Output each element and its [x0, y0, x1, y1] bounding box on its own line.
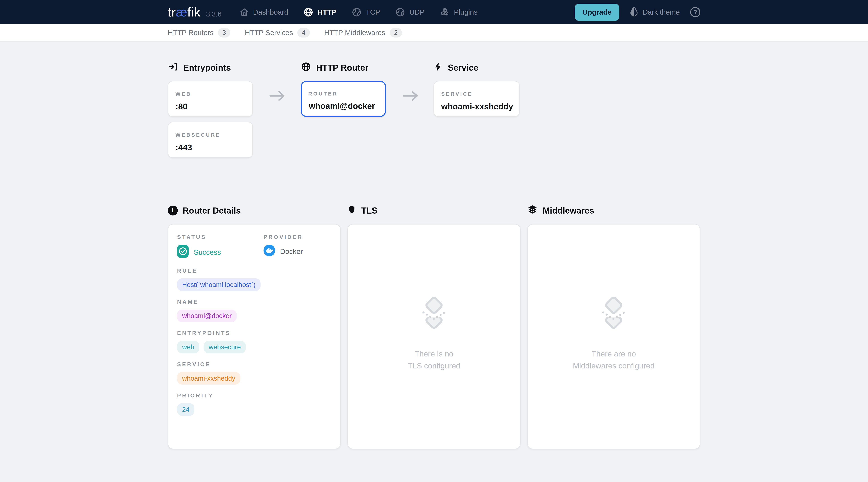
nav-item-tcp[interactable]: TCP — [351, 7, 380, 18]
card-label: SERVICE — [441, 91, 473, 97]
home-icon — [239, 7, 249, 17]
traefik-logo: træfik — [168, 5, 200, 20]
service-card[interactable]: SERVICE whoami-xxsheddy — [433, 81, 520, 117]
entrypoints-field: ENTRYPOINTS web websecure — [177, 330, 332, 353]
status-field: STATUS Success — [177, 234, 264, 260]
section-title: TLS — [361, 206, 377, 215]
entrypoints-heading: Entrypoints — [168, 61, 231, 74]
field-label: STATUS — [177, 234, 264, 240]
card-label: WEBSECURE — [176, 132, 221, 138]
priority-field: PRIORITY 24 — [177, 392, 332, 416]
ball-icon — [395, 7, 406, 18]
section-title: Entrypoints — [183, 63, 231, 72]
empty-layers-icon — [596, 294, 631, 337]
name-badge: whoami@docker — [177, 309, 237, 322]
card-label: WEB — [176, 91, 191, 97]
tab-label: HTTP Routers — [168, 28, 214, 37]
info-icon: i — [168, 206, 178, 215]
tab-count-badge: 2 — [390, 28, 402, 37]
middlewares-panel: There are no Middlewares configured — [527, 224, 700, 449]
empty-line-2: TLS configured — [408, 360, 460, 372]
shield-icon — [347, 204, 356, 217]
entrypoint-badges: web websecure — [177, 341, 332, 354]
card-label: ROUTER — [308, 91, 338, 96]
upgrade-button[interactable]: Upgrade — [575, 4, 619, 21]
field-label: NAME — [177, 299, 332, 305]
tab-label: HTTP Middlewares — [324, 28, 385, 37]
brand: træfik 3.3.6 — [168, 5, 221, 20]
entrypoint-badge: web — [177, 341, 199, 354]
card-value: :80 — [176, 102, 187, 111]
rule-badge: Host(`whoami.localhost`) — [177, 278, 260, 291]
nav-item-label: Plugins — [454, 8, 477, 16]
nav-item-label: HTTP — [317, 8, 336, 16]
http-tabbar: HTTP Routers 3 HTTP Services 4 HTTP Midd… — [0, 24, 868, 41]
card-value: :443 — [176, 143, 192, 152]
nav-item-label: Dashboard — [253, 8, 288, 16]
nav-item-udp[interactable]: UDP — [395, 7, 425, 18]
provider-text: Docker — [280, 247, 303, 255]
router-details-heading: i Router Details — [168, 204, 341, 217]
detail-panels: STATUS Success PROVIDER Docker RULE Ho — [168, 224, 700, 449]
field-label: ENTRYPOINTS — [177, 330, 332, 336]
docker-icon — [264, 245, 275, 258]
nav-item-label: UDP — [409, 8, 425, 16]
nav-item-http[interactable]: HTTP — [303, 7, 336, 18]
name-field: NAME whoami@docker — [177, 299, 332, 322]
card-value: whoami-xxsheddy — [441, 102, 513, 111]
cubes-icon — [439, 7, 450, 18]
section-title: Service — [448, 63, 478, 72]
field-label: SERVICE — [177, 361, 332, 368]
traffic-flow-section: Entrypoints HTTP Router Service WEB :80 … — [168, 61, 700, 158]
globe-icon — [301, 61, 311, 74]
login-arrow-icon — [168, 61, 178, 74]
entrypoint-card-web[interactable]: WEB :80 — [168, 81, 253, 117]
panel-headings: i Router Details TLS Middlewares — [168, 204, 700, 217]
theme-toggle[interactable]: Dark theme — [630, 6, 680, 19]
flow-arrow-icon — [269, 90, 286, 104]
tab-http-services[interactable]: HTTP Services 4 — [245, 28, 310, 37]
status-text: Success — [194, 248, 221, 257]
empty-line-1: There are no — [573, 348, 655, 360]
section-title: HTTP Router — [316, 63, 368, 72]
tab-http-routers[interactable]: HTTP Routers 3 — [168, 28, 230, 37]
field-label: PROVIDER — [264, 234, 303, 240]
status-value: Success — [177, 245, 264, 260]
contrast-droplet-icon — [630, 6, 638, 19]
lightning-icon — [433, 61, 443, 74]
ball-icon — [351, 7, 362, 18]
theme-toggle-label: Dark theme — [643, 8, 680, 16]
router-details-panel: STATUS Success PROVIDER Docker RULE Ho — [168, 224, 341, 449]
nav-item-plugins[interactable]: Plugins — [439, 7, 477, 18]
entrypoint-badge: websecure — [204, 341, 246, 354]
main-nav: Dashboard HTTP TCP UDP Plugins — [239, 7, 575, 18]
logo-text-pre: tr — [168, 5, 176, 19]
nav-item-dashboard[interactable]: Dashboard — [239, 7, 288, 17]
http-router-heading: HTTP Router — [301, 61, 368, 74]
flow-arrow-icon — [402, 90, 419, 104]
service-field: SERVICE whoami-xxsheddy — [177, 361, 332, 385]
tls-panel: There is no TLS configured — [347, 224, 521, 449]
card-value: whoami@docker — [309, 101, 375, 111]
rule-field: RULE Host(`whoami.localhost`) — [177, 268, 332, 291]
router-card[interactable]: ROUTER whoami@docker — [301, 81, 386, 117]
field-label: PRIORITY — [177, 392, 332, 399]
status-provider-row: STATUS Success PROVIDER Docker — [177, 234, 332, 260]
tls-heading: TLS — [347, 204, 521, 217]
logo-text-post: fik — [187, 5, 200, 19]
middlewares-heading: Middlewares — [527, 204, 700, 217]
help-icon[interactable]: ? — [690, 7, 700, 17]
service-badge: whoami-xxsheddy — [177, 372, 240, 385]
tab-count-badge: 4 — [298, 28, 310, 37]
entrypoint-card-websecure[interactable]: WEBSECURE :443 — [168, 122, 253, 158]
navbar-actions: Upgrade Dark theme ? — [575, 4, 700, 21]
section-title: Router Details — [183, 206, 241, 215]
provider-field: PROVIDER Docker — [264, 234, 303, 260]
tab-count-badge: 3 — [218, 28, 230, 37]
priority-badge: 24 — [177, 403, 194, 416]
tab-http-middlewares[interactable]: HTTP Middlewares 2 — [324, 28, 402, 37]
empty-line-2: Middlewares configured — [573, 360, 655, 372]
field-label: RULE — [177, 268, 332, 274]
section-title: Middlewares — [543, 206, 594, 215]
layers-icon — [527, 204, 538, 217]
